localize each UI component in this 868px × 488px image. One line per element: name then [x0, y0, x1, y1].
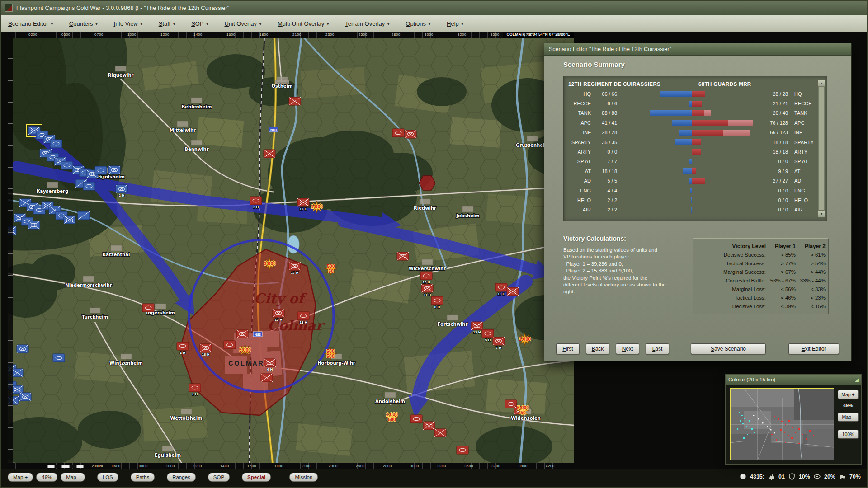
left-strength-value: 2 / 2 [594, 207, 622, 212]
map-toolbar: Map +49%Map -LOSPathsRangesSOPSpecialMis… [8, 472, 330, 483]
red-unit-counter[interactable] [507, 287, 519, 296]
exit-editor-button[interactable]: Exit Editor [788, 343, 839, 354]
right-strength-value: 9 / 9 [763, 169, 791, 174]
next-button[interactable]: Next [616, 343, 639, 354]
scroll-up-icon[interactable]: ▲ [818, 80, 825, 86]
menu-sop[interactable]: SOP▼ [191, 20, 209, 27]
toolbar-special-button[interactable]: Special [242, 473, 271, 482]
left-strength-bar [622, 207, 692, 213]
back-button[interactable]: Back [586, 343, 609, 354]
town-label: Katzenthal [102, 252, 130, 257]
unit-row: ENG4 / 40 / 0ENG [567, 186, 817, 195]
ruler-label: 4200 [546, 464, 555, 468]
unit-type-label: ENG [567, 188, 594, 193]
victory-cell: Tactical Success: [698, 261, 766, 266]
svg-text:3 000: 3 000 [239, 347, 251, 352]
blue-unit-counter[interactable] [61, 161, 73, 169]
first-button[interactable]: First [556, 343, 580, 354]
menu-help[interactable]: Help▼ [447, 20, 464, 27]
unit-table-scrollbar[interactable]: ▲ ▼ [818, 80, 825, 217]
left-strength-bar [622, 130, 692, 136]
left-strength-value: 28 / 28 [594, 130, 622, 135]
red-unit-counter[interactable] [397, 252, 409, 260]
red-unit-counter[interactable] [405, 130, 416, 138]
resize-icon[interactable]: ◢ [855, 377, 859, 382]
red-unit-counter[interactable] [261, 374, 273, 382]
svg-text:City of: City of [254, 291, 307, 306]
menu-counters[interactable]: Counters▼ [69, 20, 99, 27]
ruler-label: 0200 [28, 33, 38, 37]
menu-unit-overlay[interactable]: Unit Overlay▼ [225, 20, 262, 27]
town-label: Riedwihr [414, 206, 436, 211]
left-strength-bar [622, 159, 692, 164]
left-strength-value: 0 / 0 [594, 149, 622, 155]
town-label: Fortschwihr [438, 322, 468, 327]
victory-table-header: Victory LevelPlayer 1Player 2 [698, 242, 824, 250]
red-unit-counter[interactable] [289, 97, 301, 105]
blue-unit-counter[interactable] [83, 182, 95, 190]
menu-options[interactable]: Options▼ [406, 20, 431, 27]
right-strength-value: 66 / 123 [763, 130, 791, 135]
menu-staff[interactable]: Staff▼ [159, 20, 176, 27]
minimap-zoom-in-button[interactable]: Map + [838, 390, 859, 399]
blue-unit-counter[interactable] [11, 369, 23, 377]
blue-unit-counter[interactable] [64, 216, 75, 224]
toolbar-ranges-button[interactable]: Ranges [167, 473, 196, 482]
menu-multi-unit-overlay[interactable]: Multi-Unit Overlay▼ [278, 20, 330, 27]
status-bar: 4315: 0110%20%70% [739, 473, 861, 480]
blue-unit-counter[interactable] [53, 354, 65, 362]
red-unit-counter[interactable] [224, 341, 236, 349]
red-unit-counter[interactable] [264, 150, 275, 158]
town-label: Bennwihr [184, 147, 208, 152]
blue-unit-counter[interactable] [108, 166, 120, 174]
blue-unit-counter[interactable] [17, 345, 28, 353]
blue-unit-counter[interactable] [19, 393, 31, 401]
minimap-full-zoom-button[interactable]: 100% [838, 430, 859, 439]
blue-unit-counter[interactable] [11, 385, 23, 394]
unit-row: HELO2 / 20 / 0HELO [567, 195, 817, 205]
menu-info-view[interactable]: Info View▼ [114, 20, 143, 27]
right-strength-value: 28 / 28 [763, 91, 791, 97]
unit-row: RECCE6 / 621 / 21RECCE [567, 99, 817, 108]
save-scenario-button[interactable]: Save Scenario [691, 343, 766, 354]
red-unit-counter[interactable] [236, 330, 248, 338]
menu-scenario-editor[interactable]: Scenario Editor▼ [8, 20, 54, 27]
red-unit-counter[interactable] [410, 415, 422, 423]
toolbar-sop-button[interactable]: SOP [208, 473, 230, 482]
unit-type-label: RECCE [791, 101, 817, 106]
toolbar-map--button[interactable]: Map + [8, 473, 33, 482]
minimap-title-bar[interactable]: Colmar (20 x 15 km) ◢ [726, 375, 861, 385]
red-unit-counter[interactable] [423, 422, 435, 430]
toolbar-map--button[interactable]: Map - [61, 473, 85, 482]
red-unit-counter[interactable] [142, 304, 154, 312]
ruler-label: 2500 [356, 464, 365, 468]
left-strength-value: 5 / 5 [594, 178, 622, 183]
town-label: Wintzenheim [109, 361, 143, 366]
editor-title-bar[interactable]: Scenario Editor "The Ride of the 12th Cu… [544, 43, 851, 56]
vp-marker: 3 000 [264, 258, 276, 270]
toolbar-mission-button[interactable]: Mission [289, 473, 318, 482]
minimap-thumbnail[interactable] [730, 388, 834, 460]
scroll-thumb[interactable] [819, 87, 824, 211]
ruler-label: 3200 [437, 464, 446, 468]
toolbar-los-button[interactable]: LOS [97, 473, 118, 482]
victory-text-line: Player 2 = 15,383 and 9,100, [563, 267, 691, 274]
town-label: Turckheim [82, 314, 108, 319]
blue-unit-counter[interactable] [78, 211, 90, 220]
red-unit-counter[interactable] [434, 429, 446, 437]
scroll-down-icon[interactable]: ▼ [818, 211, 825, 217]
toolbar-49--button[interactable]: 49% [36, 473, 57, 482]
minimap-zoom-out-button[interactable]: Map - [838, 413, 859, 422]
toolbar-paths-button[interactable]: Paths [131, 473, 155, 482]
map-canvas[interactable]: City ofColmar N83N83 RiquewihrOstheimBeb… [8, 38, 574, 463]
menu-terrain-overlay[interactable]: Terrain Overlay▼ [345, 20, 390, 27]
last-button[interactable]: Last [646, 343, 669, 354]
ruler-label: 3200 [458, 33, 467, 37]
left-strength-bar [622, 178, 692, 184]
battle-map[interactable]: COLMAR, 48°04'54"N 07°21'20"E 0200050007… [8, 32, 574, 469]
blue-unit-counter[interactable] [28, 221, 40, 229]
red-unit-counter[interactable] [392, 129, 404, 137]
map-ruler-bottom: 2000m 0600080010001200140016001800210023… [8, 463, 574, 469]
blue-unit-counter[interactable] [50, 140, 62, 148]
red-unit-counter[interactable] [457, 446, 468, 454]
